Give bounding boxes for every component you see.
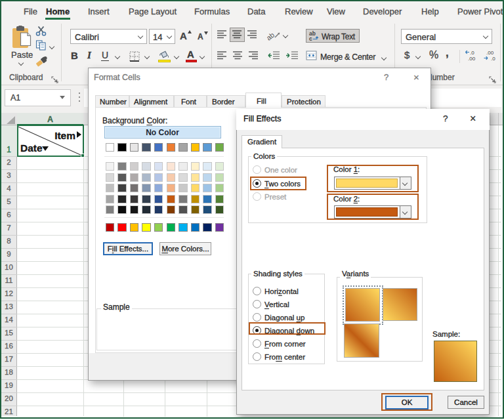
svg-text:.00: .00 — [468, 56, 476, 62]
svg-text:.00: .00 — [486, 50, 494, 56]
svg-text:c: c — [309, 35, 312, 42]
svg-text:ab: ab — [267, 31, 276, 41]
svg-text:.0: .0 — [491, 56, 495, 62]
svg-text:.0: .0 — [470, 50, 474, 56]
